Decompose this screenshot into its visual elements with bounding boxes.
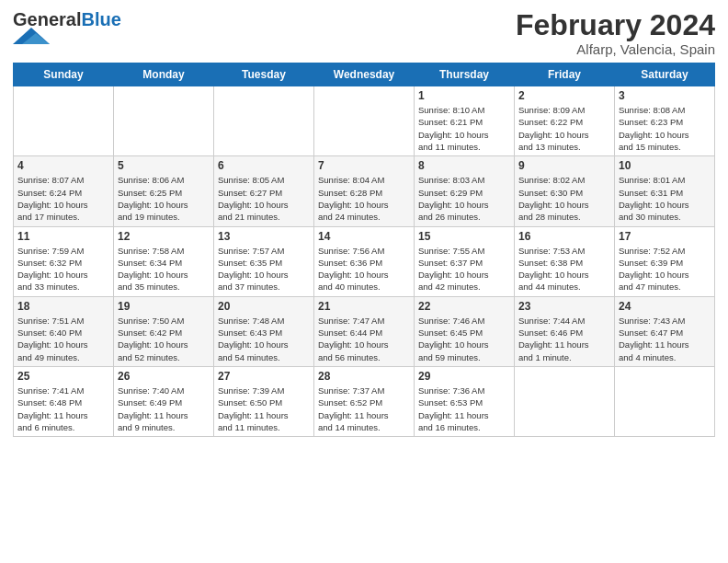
day-info: Sunrise: 7:46 AM Sunset: 6:45 PM Dayligh… xyxy=(418,315,510,363)
table-row: 10Sunrise: 8:01 AM Sunset: 6:31 PM Dayli… xyxy=(615,156,715,226)
day-info: Sunrise: 8:10 AM Sunset: 6:21 PM Dayligh… xyxy=(418,104,510,153)
day-number: 3 xyxy=(619,89,711,102)
day-number: 6 xyxy=(218,159,310,172)
table-row xyxy=(314,86,415,156)
table-row: 22Sunrise: 7:46 AM Sunset: 6:45 PM Dayli… xyxy=(415,296,515,366)
day-info: Sunrise: 8:01 AM Sunset: 6:31 PM Dayligh… xyxy=(619,174,711,223)
table-row: 1Sunrise: 8:10 AM Sunset: 6:21 PM Daylig… xyxy=(415,86,515,156)
table-row: 26Sunrise: 7:40 AM Sunset: 6:49 PM Dayli… xyxy=(114,366,214,436)
page: GeneralBlue February 2024 Alfarp, Valenc… xyxy=(0,0,728,446)
day-number: 8 xyxy=(418,159,510,172)
day-info: Sunrise: 7:50 AM Sunset: 6:42 PM Dayligh… xyxy=(118,315,210,363)
table-row xyxy=(615,366,715,436)
day-number: 20 xyxy=(218,300,310,313)
day-number: 1 xyxy=(418,89,510,102)
table-row: 14Sunrise: 7:56 AM Sunset: 6:36 PM Dayli… xyxy=(314,226,415,296)
logo-icon xyxy=(13,28,50,44)
day-info: Sunrise: 7:56 AM Sunset: 6:36 PM Dayligh… xyxy=(318,245,410,293)
header-row: Sunday Monday Tuesday Wednesday Thursday… xyxy=(14,63,715,86)
col-tuesday: Tuesday xyxy=(214,63,314,86)
day-number: 17 xyxy=(619,230,711,243)
table-row: 21Sunrise: 7:47 AM Sunset: 6:44 PM Dayli… xyxy=(314,296,415,366)
day-number: 11 xyxy=(17,230,109,243)
day-info: Sunrise: 7:58 AM Sunset: 6:34 PM Dayligh… xyxy=(118,245,210,293)
table-row: 18Sunrise: 7:51 AM Sunset: 6:40 PM Dayli… xyxy=(14,296,114,366)
day-info: Sunrise: 8:04 AM Sunset: 6:28 PM Dayligh… xyxy=(318,174,410,223)
day-number: 15 xyxy=(418,230,510,243)
day-info: Sunrise: 7:43 AM Sunset: 6:47 PM Dayligh… xyxy=(619,315,711,363)
table-row: 24Sunrise: 7:43 AM Sunset: 6:47 PM Dayli… xyxy=(615,296,715,366)
day-number: 24 xyxy=(619,300,711,313)
calendar-body: 1Sunrise: 8:10 AM Sunset: 6:21 PM Daylig… xyxy=(14,86,715,437)
logo-blue: Blue xyxy=(81,9,120,29)
table-row: 11Sunrise: 7:59 AM Sunset: 6:32 PM Dayli… xyxy=(14,226,114,296)
table-row: 15Sunrise: 7:55 AM Sunset: 6:37 PM Dayli… xyxy=(415,226,515,296)
col-friday: Friday xyxy=(515,63,615,86)
day-info: Sunrise: 8:06 AM Sunset: 6:25 PM Dayligh… xyxy=(118,174,210,223)
table-row: 6Sunrise: 8:05 AM Sunset: 6:27 PM Daylig… xyxy=(214,156,314,226)
table-row: 25Sunrise: 7:41 AM Sunset: 6:48 PM Dayli… xyxy=(14,366,114,436)
table-row: 13Sunrise: 7:57 AM Sunset: 6:35 PM Dayli… xyxy=(214,226,314,296)
table-row: 9Sunrise: 8:02 AM Sunset: 6:30 PM Daylig… xyxy=(515,156,615,226)
table-row: 29Sunrise: 7:36 AM Sunset: 6:53 PM Dayli… xyxy=(415,366,515,436)
title-block: February 2024 Alfarp, Valencia, Spain xyxy=(516,9,715,57)
day-number: 19 xyxy=(118,300,210,313)
table-row: 12Sunrise: 7:58 AM Sunset: 6:34 PM Dayli… xyxy=(114,226,214,296)
day-info: Sunrise: 7:59 AM Sunset: 6:32 PM Dayligh… xyxy=(17,245,109,293)
col-monday: Monday xyxy=(114,63,214,86)
day-number: 12 xyxy=(118,230,210,243)
col-thursday: Thursday xyxy=(415,63,515,86)
table-row: 7Sunrise: 8:04 AM Sunset: 6:28 PM Daylig… xyxy=(314,156,415,226)
table-row: 28Sunrise: 7:37 AM Sunset: 6:52 PM Dayli… xyxy=(314,366,415,436)
table-row xyxy=(14,86,114,156)
logo-general: General xyxy=(13,9,81,29)
day-info: Sunrise: 7:36 AM Sunset: 6:53 PM Dayligh… xyxy=(418,385,510,433)
header: GeneralBlue February 2024 Alfarp, Valenc… xyxy=(13,9,715,57)
day-number: 28 xyxy=(318,370,410,383)
day-info: Sunrise: 8:05 AM Sunset: 6:27 PM Dayligh… xyxy=(218,174,310,223)
day-number: 27 xyxy=(218,370,310,383)
table-row: 2Sunrise: 8:09 AM Sunset: 6:22 PM Daylig… xyxy=(515,86,615,156)
day-number: 18 xyxy=(17,300,109,313)
table-row: 16Sunrise: 7:53 AM Sunset: 6:38 PM Dayli… xyxy=(515,226,615,296)
day-number: 29 xyxy=(418,370,510,383)
day-info: Sunrise: 7:55 AM Sunset: 6:37 PM Dayligh… xyxy=(418,245,510,293)
table-row xyxy=(515,366,615,436)
day-info: Sunrise: 7:52 AM Sunset: 6:39 PM Dayligh… xyxy=(619,245,711,293)
day-info: Sunrise: 7:53 AM Sunset: 6:38 PM Dayligh… xyxy=(518,245,610,293)
day-number: 2 xyxy=(518,89,610,102)
day-info: Sunrise: 8:07 AM Sunset: 6:24 PM Dayligh… xyxy=(17,174,109,223)
day-number: 5 xyxy=(118,159,210,172)
day-number: 23 xyxy=(518,300,610,313)
day-number: 25 xyxy=(17,370,109,383)
day-info: Sunrise: 8:08 AM Sunset: 6:23 PM Dayligh… xyxy=(619,104,711,153)
day-number: 26 xyxy=(118,370,210,383)
day-number: 21 xyxy=(318,300,410,313)
day-number: 7 xyxy=(318,159,410,172)
table-row xyxy=(214,86,314,156)
day-info: Sunrise: 8:02 AM Sunset: 6:30 PM Dayligh… xyxy=(518,174,610,223)
table-row: 19Sunrise: 7:50 AM Sunset: 6:42 PM Dayli… xyxy=(114,296,214,366)
day-info: Sunrise: 7:57 AM Sunset: 6:35 PM Dayligh… xyxy=(218,245,310,293)
col-saturday: Saturday xyxy=(615,63,715,86)
col-sunday: Sunday xyxy=(14,63,114,86)
calendar-table: Sunday Monday Tuesday Wednesday Thursday… xyxy=(13,63,715,437)
day-number: 10 xyxy=(619,159,711,172)
table-row: 23Sunrise: 7:44 AM Sunset: 6:46 PM Dayli… xyxy=(515,296,615,366)
table-row: 17Sunrise: 7:52 AM Sunset: 6:39 PM Dayli… xyxy=(615,226,715,296)
day-number: 9 xyxy=(518,159,610,172)
subtitle: Alfarp, Valencia, Spain xyxy=(516,41,715,57)
day-number: 16 xyxy=(518,230,610,243)
table-row: 5Sunrise: 8:06 AM Sunset: 6:25 PM Daylig… xyxy=(114,156,214,226)
day-info: Sunrise: 7:48 AM Sunset: 6:43 PM Dayligh… xyxy=(218,315,310,363)
day-number: 14 xyxy=(318,230,410,243)
day-info: Sunrise: 8:09 AM Sunset: 6:22 PM Dayligh… xyxy=(518,104,610,153)
day-info: Sunrise: 7:41 AM Sunset: 6:48 PM Dayligh… xyxy=(17,385,109,433)
day-info: Sunrise: 7:37 AM Sunset: 6:52 PM Dayligh… xyxy=(318,385,410,433)
table-row: 4Sunrise: 8:07 AM Sunset: 6:24 PM Daylig… xyxy=(14,156,114,226)
day-info: Sunrise: 7:40 AM Sunset: 6:49 PM Dayligh… xyxy=(118,385,210,433)
calendar-header: Sunday Monday Tuesday Wednesday Thursday… xyxy=(14,63,715,86)
day-number: 4 xyxy=(17,159,109,172)
day-number: 13 xyxy=(218,230,310,243)
logo: GeneralBlue xyxy=(13,9,121,48)
